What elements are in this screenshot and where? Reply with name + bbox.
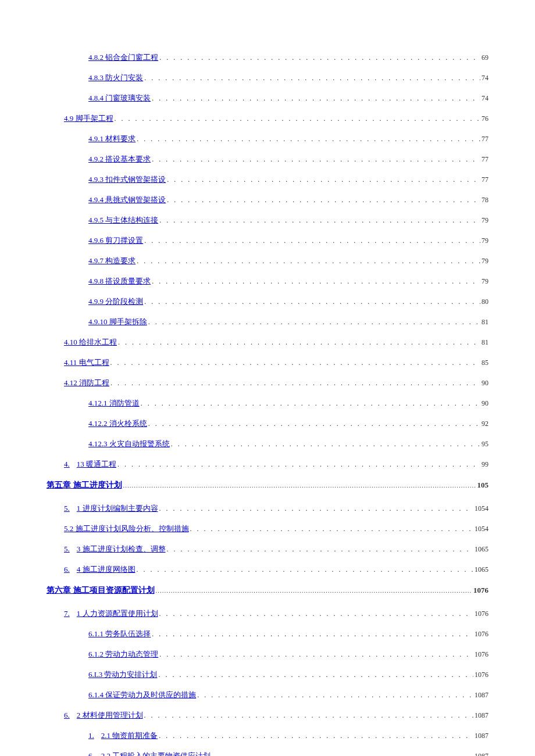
toc-link[interactable]: 第五章 施工进度计划 <box>47 480 122 490</box>
toc-page-number: 79 <box>480 216 488 225</box>
toc-link[interactable]: 4.9.4 悬挑式钢管架搭设 <box>88 195 166 205</box>
toc-leader-dots <box>109 379 480 388</box>
toc-entry: 4.9.5 与主体结构连接79 <box>88 215 488 225</box>
toc-page-number: 80 <box>480 298 488 306</box>
toc-entry: 4.8.4 门窗玻璃安装74 <box>88 93 488 103</box>
toc-page-number: 90 <box>480 379 488 388</box>
toc-page-number: 1076 <box>473 650 488 659</box>
toc-link-prefix[interactable]: 5. <box>64 544 70 554</box>
toc-link[interactable]: 1 进度计划编制主要内容 <box>77 503 158 514</box>
toc-page-number: 95 <box>480 440 488 449</box>
toc-link[interactable]: 4.9.5 与主体结构连接 <box>88 215 158 225</box>
toc-leader-dots <box>135 565 474 574</box>
toc-link-prefix[interactable]: 5. <box>64 504 70 513</box>
toc-link[interactable]: 4.11 电气工程 <box>64 357 109 368</box>
toc-leader-dots <box>147 420 480 428</box>
toc-link[interactable]: 4.12.1 消防管道 <box>88 398 140 409</box>
toc-page-number: 1087 <box>473 752 488 756</box>
toc-leader-dots <box>143 298 480 306</box>
toc-link[interactable]: 6.1.1 劳务队伍选择 <box>88 629 151 639</box>
toc-page-number: 74 <box>480 74 488 83</box>
toc-entry: 4.8.2 铝合金门窗工程69 <box>88 52 488 63</box>
toc-page-number: 1054 <box>473 504 488 513</box>
toc-link[interactable]: 4.9.9 分阶段检测 <box>88 296 143 307</box>
toc-page-number: 78 <box>480 196 488 205</box>
toc-leader-dots <box>109 359 480 367</box>
toc-page-number: 76 <box>480 114 488 123</box>
toc-link[interactable]: 4.9.1 材料要求 <box>88 134 135 144</box>
toc-link-prefix[interactable]: 6. <box>88 751 94 756</box>
toc-page-number: 85 <box>480 359 488 367</box>
toc-link[interactable]: 13 暖通工程 <box>77 459 116 470</box>
toc-link-prefix[interactable]: 6. <box>64 711 70 720</box>
table-of-contents: 4.8.2 铝合金门窗工程694.8.3 防火门安装744.8.4 门窗玻璃安装… <box>47 52 488 756</box>
toc-entry: 6.1.1 劳务队伍选择1076 <box>88 629 488 639</box>
toc-leader-dots <box>158 610 474 618</box>
toc-leader-dots <box>143 74 480 83</box>
toc-link-prefix[interactable]: 1. <box>88 731 94 740</box>
toc-link[interactable]: 4.12.3 火灾自动报警系统 <box>88 439 170 449</box>
toc-link[interactable]: 6.1.4 保证劳动力及时供应的措施 <box>88 690 196 700</box>
toc-entry: 4.9.1 材料要求77 <box>88 134 488 144</box>
toc-link-prefix[interactable]: 7. <box>64 609 70 618</box>
toc-page-number: 81 <box>480 318 488 327</box>
toc-page-number: 1076 <box>473 610 488 618</box>
toc-entry: 4.12 消防工程90 <box>64 378 488 388</box>
toc-link[interactable]: 4.9.6 剪刀撑设置 <box>88 235 143 246</box>
toc-page-number: 79 <box>480 257 488 266</box>
toc-link[interactable]: 4.9.8 搭设质量要求 <box>88 276 151 286</box>
toc-leader-dots <box>151 155 480 164</box>
toc-entry: 7.1 人力资源配置使用计划1076 <box>64 608 488 619</box>
toc-page-number: 90 <box>480 399 488 408</box>
toc-leader-dots <box>196 691 473 700</box>
toc-entry: 6.1.2 劳动力动态管理1076 <box>88 649 488 660</box>
toc-link[interactable]: 4.9.10 脚手架拆除 <box>88 317 147 327</box>
toc-link[interactable]: 4.9.3 扣件式钢管架搭设 <box>88 174 166 185</box>
toc-entry: 5.2 施工进度计划风险分析、控制措施1054 <box>64 524 488 534</box>
toc-link[interactable]: 4.8.4 门窗玻璃安装 <box>88 93 151 103</box>
toc-link[interactable]: 第六章 施工项目资源配置计划 <box>47 585 155 596</box>
toc-entry: 4.8.3 防火门安装74 <box>88 73 488 83</box>
toc-link[interactable]: 2.2 工程投入的主要物资供应计划 <box>101 751 211 756</box>
toc-page-number: 81 <box>480 338 488 347</box>
toc-link[interactable]: 4.9 脚手架工程 <box>64 113 113 124</box>
toc-link[interactable]: 4.12.2 消火栓系统 <box>88 418 147 429</box>
toc-link[interactable]: 4 施工进度网络图 <box>77 564 135 575</box>
toc-entry: 4.13 暖通工程99 <box>64 459 488 470</box>
toc-link[interactable]: 4.8.3 防火门安装 <box>88 73 143 83</box>
toc-entry: 6.1.4 保证劳动力及时供应的措施1087 <box>88 690 488 700</box>
toc-page-number: 1087 <box>473 732 488 740</box>
toc-link[interactable]: 4.8.2 铝合金门窗工程 <box>88 52 158 63</box>
toc-link[interactable]: 2 材料使用管理计划 <box>77 710 143 721</box>
toc-entry: 5.3 施工进度计划检查、调整1065 <box>64 544 488 554</box>
toc-page-number: 1076 <box>472 586 488 595</box>
toc-link[interactable]: 6.L3 劳动力安排计划 <box>88 669 157 680</box>
toc-link[interactable]: 2.1 物资前期准备 <box>101 730 158 741</box>
toc-link-prefix[interactable]: 4. <box>64 460 70 469</box>
toc-link[interactable]: 4.10 给排水工程 <box>64 337 117 347</box>
toc-link-prefix[interactable]: 6. <box>64 565 70 574</box>
toc-leader-dots <box>151 630 473 639</box>
toc-link[interactable]: 1 人力资源配置使用计划 <box>77 608 158 619</box>
toc-leader-dots <box>143 711 474 720</box>
toc-link[interactable]: 4.12 消防工程 <box>64 378 109 388</box>
toc-page-number: 77 <box>480 155 488 164</box>
toc-entry: 4.12.1 消防管道90 <box>88 398 488 409</box>
toc-page-number: 1087 <box>473 691 488 700</box>
toc-entry: 6.L3 劳动力安排计划1076 <box>88 669 488 680</box>
toc-link[interactable]: 4.9.7 构造要求 <box>88 256 135 266</box>
toc-leader-dots <box>211 752 473 756</box>
toc-link[interactable]: 6.1.2 劳动力动态管理 <box>88 649 158 660</box>
toc-entry: 第五章 施工进度计划105 <box>47 480 488 490</box>
toc-entry: 5.1 进度计划编制主要内容1054 <box>64 503 488 514</box>
toc-link[interactable]: 4.9.2 搭设基本要求 <box>88 154 151 164</box>
toc-leader-dots <box>158 650 473 659</box>
toc-leader-dots <box>155 587 473 594</box>
toc-link[interactable]: 3 施工进度计划检查、调整 <box>77 544 166 554</box>
toc-leader-dots <box>166 545 474 554</box>
toc-link[interactable]: 5.2 施工进度计划风险分析、控制措施 <box>64 524 189 534</box>
toc-leader-dots <box>135 135 480 144</box>
toc-entry: 4.9.9 分阶段检测80 <box>88 296 488 307</box>
toc-entry: 4.10 给排水工程81 <box>64 337 488 347</box>
toc-page-number: 105 <box>476 481 489 490</box>
